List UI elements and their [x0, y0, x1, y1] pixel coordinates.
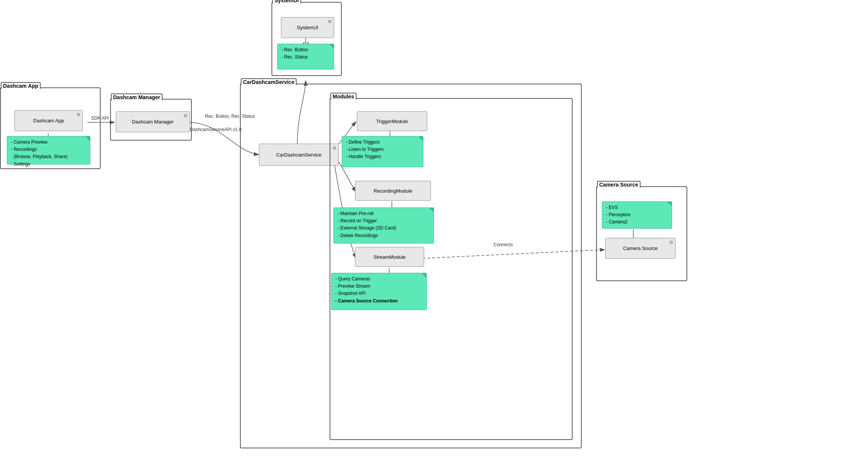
package-camera-source: Camera Source	[596, 186, 687, 281]
note-line: - Settings	[11, 161, 86, 168]
package-label-dashcam-manager: Dashcam Manager	[111, 93, 163, 100]
object-dashcam-manager: ⊟ Dashcam Manager	[116, 111, 190, 132]
object-label-dashcam-app: Dashcam App	[33, 118, 64, 123]
object-car-dashcam-service: ⊟ CarDashcamService	[259, 144, 339, 166]
note-line: - Rec. Status	[281, 54, 330, 61]
uml-icon-dashcam-app: ⊟	[77, 112, 80, 117]
object-label-stream-module: StreamModule	[374, 254, 406, 260]
uml-icon-systemui: ⊟	[328, 19, 331, 24]
note-line: - EVS	[606, 204, 668, 211]
note-trigger: - Define Triggers - Listen to Triggers -…	[342, 136, 423, 167]
note-dashcam-app: - Camera Preview - Recordings (Browse, P…	[7, 136, 90, 165]
note-line: - Camera Preview	[11, 139, 86, 146]
note-line: - Camera2	[606, 218, 668, 226]
object-label-car-dashcam-service: CarDashcamService	[276, 152, 321, 158]
uml-icon-dashcam-manager: ⊟	[184, 113, 187, 118]
object-label-camera-source: Camera Source	[623, 245, 658, 251]
uml-icon-camera-source: ⊟	[669, 240, 673, 245]
package-label-camera-source: Camera Source	[597, 181, 641, 188]
note-line: - Camera Source Connection	[335, 298, 423, 305]
package-label-dashcam-app: Dashcam App	[1, 82, 41, 89]
object-label-trigger-module: TriggerModule	[376, 119, 408, 124]
object-label-dashcam-manager: Dashcam Manager	[132, 119, 174, 125]
note-line: - External Storage (SD Card)	[338, 225, 430, 232]
object-recording-module: RecordingModule	[355, 181, 431, 201]
object-dashcam-app: ⊟ Dashcam App	[14, 110, 83, 131]
note-line: - Handle Triggers	[346, 153, 419, 160]
label-dashcam-service-api: DashcamServiceAPI v1.0	[190, 127, 241, 132]
package-label-car-dashcam-service: CarDashcamService	[241, 78, 297, 85]
note-line: (Browse, Playback, Share)	[11, 153, 86, 160]
note-recording: - Maintain Pre-roll - Record on Trigger …	[333, 207, 434, 244]
object-camera-source: ⊟ Camera Source	[605, 238, 675, 259]
note-line: - Query Cameras	[335, 275, 423, 283]
package-label-modules: Modules	[330, 93, 357, 100]
object-stream-module: StreamModule	[355, 247, 424, 267]
note-line: - Snapshot API	[335, 290, 423, 297]
note-line: - Perception	[606, 211, 668, 218]
object-trigger-module: TriggerModule	[357, 111, 427, 131]
note-systemui: - Rec. Button - Rec. Status	[277, 44, 334, 70]
note-camera-source: - EVS - Perception - Camera2	[602, 201, 672, 229]
object-label-systemui: SystemUI	[297, 25, 318, 30]
note-line: - Maintain Pre-roll	[338, 210, 430, 217]
object-systemui: ⊟ SystemUI	[281, 17, 334, 38]
note-line: - Recordings	[11, 146, 86, 153]
diagram-container: SDK API DashcamServiceAPI v1.0 Rec. Butt…	[0, 0, 868, 459]
note-line: - Preview Stream	[335, 283, 423, 290]
note-line: - Record on Trigger	[338, 217, 430, 225]
note-line: - Rec. Button	[281, 46, 330, 54]
note-line: - Define Triggers	[346, 139, 419, 146]
note-line: - Listen to Triggers	[346, 146, 419, 153]
note-line: - Delete Recordings	[338, 232, 430, 239]
note-stream: - Query Cameras - Preview Stream - Snaps…	[331, 273, 427, 310]
object-label-recording-module: RecordingModule	[374, 188, 412, 194]
package-label-systemui: SystemUI	[272, 0, 301, 3]
